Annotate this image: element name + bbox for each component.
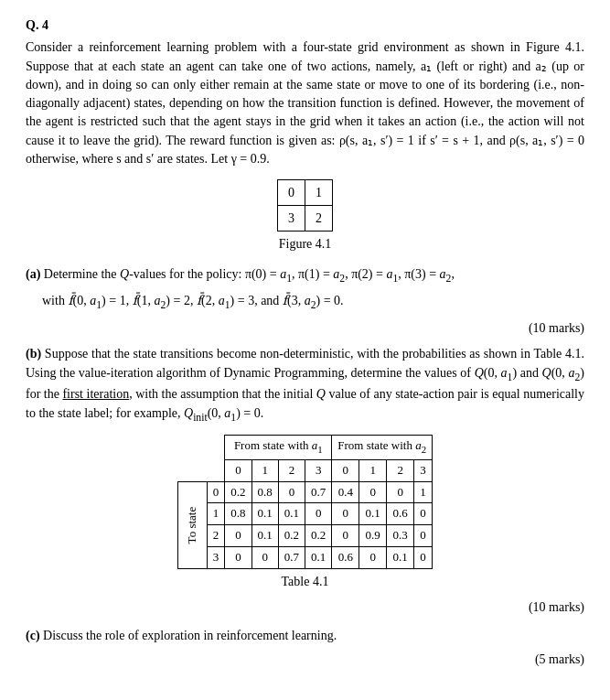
part-a-bold-label: (a) — [26, 267, 44, 281]
cell-3-1: 0 — [251, 547, 278, 569]
col-h-1a2: 1 — [359, 459, 387, 481]
col-h-0a2: 0 — [332, 459, 359, 481]
part-b-paragraph: (b) Suppose that the state transitions b… — [26, 345, 584, 425]
row-h-2: 2 — [207, 525, 225, 547]
col-h-3a2: 3 — [414, 459, 433, 481]
cell-1-3: 0 — [305, 503, 332, 525]
row-h-1: 1 — [207, 503, 225, 525]
cell-2-4: 0 — [332, 525, 359, 547]
cell-1-4: 0 — [332, 503, 359, 525]
data-table: From state with a1 From state with a2 0 … — [177, 435, 433, 569]
intro-paragraph: Consider a reinforcement learning proble… — [26, 38, 584, 168]
cell-3-3: 0.1 — [305, 547, 332, 569]
part-c-paragraph: (c) Discuss the role of exploration in r… — [26, 627, 584, 645]
table-container: From state with a1 From state with a2 0 … — [26, 435, 584, 595]
cell-1-6: 0.6 — [387, 503, 414, 525]
part-a-label: (a) Determine the Q-values for the polic… — [26, 265, 584, 287]
part-b-marks: (10 marks) — [26, 598, 584, 617]
cell-1-0: 0.8 — [225, 503, 251, 525]
cell-1-1: 0.1 — [251, 503, 278, 525]
cell-3-6: 0.1 — [387, 547, 414, 569]
cell-2-7: 0 — [414, 525, 433, 547]
part-a: (a) Determine the Q-values for the polic… — [26, 265, 584, 339]
part-b: (b) Suppose that the state transitions b… — [26, 345, 584, 617]
cell-2-5: 0.9 — [359, 525, 387, 547]
part-c-marks: (5 marks) — [26, 651, 584, 669]
part-a-text: Determine the Q-values for the policy: π… — [44, 267, 455, 281]
side-label-cell: To state — [177, 481, 207, 568]
cell-3-0: 0 — [225, 547, 251, 569]
grid-cell-11: 2 — [305, 206, 333, 232]
cell-0-1: 0.8 — [251, 481, 278, 503]
cell-0-2: 0 — [278, 481, 305, 503]
figure-caption: Figure 4.1 — [279, 235, 332, 253]
cell-1-5: 0.1 — [359, 503, 387, 525]
table-caption: Table 4.1 — [282, 573, 329, 591]
part-b-bold-label: (b) — [26, 347, 45, 361]
col-h-0a1: 0 — [225, 459, 251, 481]
part-c-bold-label: (c) — [26, 629, 43, 642]
grid-cell-01: 1 — [305, 180, 333, 206]
part-a-marks: (10 marks) — [26, 319, 584, 338]
cell-0-5: 0 — [359, 481, 387, 503]
col-h-1a1: 1 — [251, 459, 278, 481]
cell-1-7: 0 — [414, 503, 433, 525]
part-b-text: Suppose that the state transitions becom… — [26, 347, 584, 419]
cell-2-3: 0.2 — [305, 525, 332, 547]
cell-3-4: 0.6 — [332, 547, 359, 569]
grid-cell-00: 0 — [278, 180, 305, 206]
empty-corner-1 — [177, 436, 207, 459]
part-a-text2: with f̄(0, a1) = 1, f̄(1, a2) = 2, f̄(2,… — [26, 292, 584, 314]
col-h-3a1: 3 — [305, 459, 332, 481]
cell-3-2: 0.7 — [278, 547, 305, 569]
header-a2: From state with a2 — [332, 436, 433, 459]
grid-cell-10: 3 — [278, 206, 305, 232]
cell-3-7: 0 — [414, 547, 433, 569]
cell-0-3: 0.7 — [305, 481, 332, 503]
figure-container: 0 1 3 2 Figure 4.1 — [26, 179, 584, 261]
cell-2-0: 0 — [225, 525, 251, 547]
part-c-text: Discuss the role of exploration in reinf… — [43, 629, 337, 642]
col-h-2a1: 2 — [278, 459, 305, 481]
cell-2-2: 0.2 — [278, 525, 305, 547]
empty-side-1 — [177, 459, 207, 481]
cell-3-5: 0 — [359, 547, 387, 569]
empty-corner-2 — [207, 436, 225, 459]
cell-0-4: 0.4 — [332, 481, 359, 503]
cell-2-1: 0.1 — [251, 525, 278, 547]
cell-0-0: 0.2 — [225, 481, 251, 503]
question-label: Q. 4 — [26, 16, 584, 35]
cell-0-6: 0 — [387, 481, 414, 503]
empty-side-2 — [207, 459, 225, 481]
part-c: (c) Discuss the role of exploration in r… — [26, 627, 584, 670]
row-h-3: 3 — [207, 547, 225, 569]
cell-0-7: 1 — [414, 481, 433, 503]
col-h-2a2: 2 — [387, 459, 414, 481]
row-h-0: 0 — [207, 481, 225, 503]
grid-figure: 0 1 3 2 — [277, 179, 333, 232]
header-a1: From state with a1 — [225, 436, 332, 459]
cell-2-6: 0.3 — [387, 525, 414, 547]
cell-1-2: 0.1 — [278, 503, 305, 525]
